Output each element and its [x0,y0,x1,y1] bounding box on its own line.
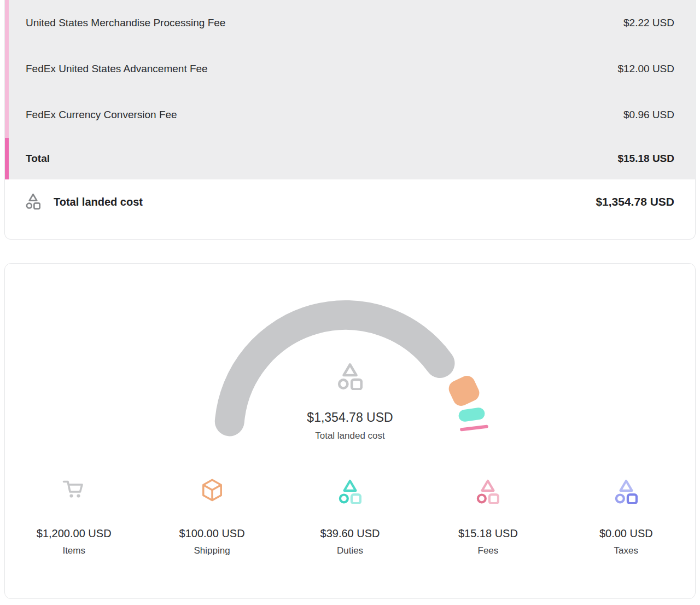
fee-row-label: FedEx Currency Conversion Fee [26,109,177,121]
fee-total-label: Total [26,153,50,165]
total-accent-stripe [5,138,9,179]
fee-row: FedEx United States Advancement Fee$12.0… [5,46,695,92]
stat-label: Duties [337,545,363,557]
fee-table: United States Merchandise Processing Fee… [5,0,695,179]
cost-stats-row: $1,200.00 USD Items $100.00 USD Shipping… [5,478,695,557]
cost-stat-fees: $15.18 USD Fees [419,478,557,557]
shapes-icon [26,193,40,210]
fee-total-value: $15.18 USD [617,153,674,165]
cart-icon [61,478,86,500]
shapes-icon [337,362,363,390]
gauge-total-label: Total landed cost [5,430,695,442]
fee-row-value: $2.22 USD [623,17,674,29]
gauge-segment-shipping [446,373,482,409]
fees-accent-stripe [5,0,9,138]
shapes-icon [337,362,363,390]
fee-row: United States Merchandise Processing Fee… [5,0,695,46]
stat-value: $100.00 USD [179,526,245,540]
fee-row-label: United States Merchandise Processing Fee [26,17,225,29]
shapes-icon [476,478,499,504]
total-landed-cost-row: Total landed cost $1,354.78 USD [5,179,695,212]
cost-stat-shipping: $100.00 USD Shipping [143,478,281,557]
fee-breakdown-card: United States Merchandise Processing Fee… [4,0,696,240]
cost-stat-duties: $39.60 USD Duties [281,478,419,557]
stat-value: $39.60 USD [320,526,380,540]
cost-stat-taxes: $0.00 USD Taxes [557,478,695,557]
fee-row-value: $0.96 USD [623,109,674,121]
stat-value: $15.18 USD [458,526,518,540]
stat-label: Shipping [194,545,230,557]
fee-row-label: FedEx United States Advancement Fee [26,63,208,75]
cost-gauge-card: $1,354.78 USD Total landed cost $1,200.0… [4,263,696,599]
total-landed-cost-label: Total landed cost [54,196,143,208]
fee-row: FedEx Currency Conversion Fee$0.96 USD [5,92,695,138]
stat-label: Items [62,545,85,557]
fee-rows: United States Merchandise Processing Fee… [5,0,695,138]
stat-value: $0.00 USD [599,526,653,540]
shapes-icon [339,478,361,504]
stat-value: $1,200.00 USD [37,526,112,540]
stat-label: Taxes [614,545,638,557]
gauge-total-value: $1,354.78 USD [5,409,695,426]
fee-row-value: $12.00 USD [617,63,674,75]
shapes-icon [615,478,638,504]
package-box-icon [201,478,224,503]
total-landed-cost-value: $1,354.78 USD [596,195,674,208]
shapes-icon [26,193,40,212]
fee-total-row: Total $15.18 USD [5,138,695,179]
stat-label: Fees [478,545,499,557]
gauge-segment-items [230,315,440,421]
cost-stat-items: $1,200.00 USD Items [5,478,143,557]
